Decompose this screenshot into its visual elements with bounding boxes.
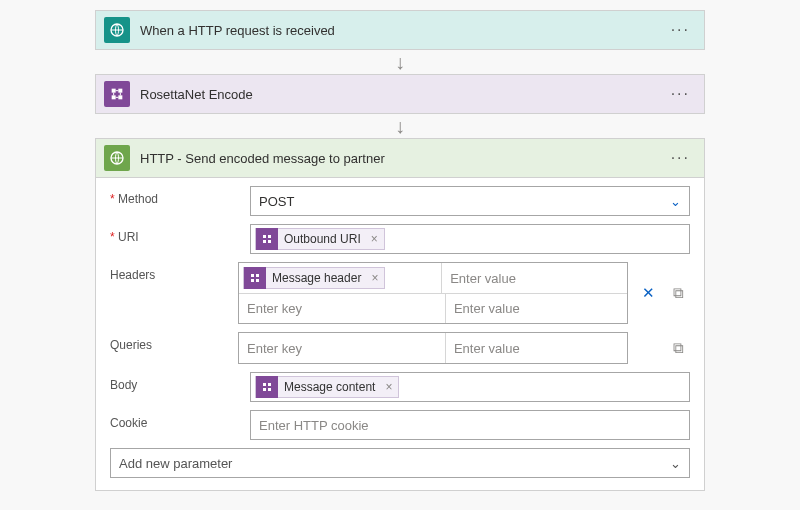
label-method: Method: [110, 186, 250, 206]
http-action-icon: [104, 145, 130, 171]
step-title: When a HTTP request is received: [140, 23, 667, 38]
step-more-button[interactable]: ···: [667, 85, 694, 103]
step-title: HTTP - Send encoded message to partner: [140, 151, 667, 166]
svg-rect-3: [112, 95, 116, 99]
svg-rect-11: [256, 274, 259, 277]
pill-remove-icon[interactable]: ×: [371, 228, 378, 250]
row-method: Method POST ⌄: [110, 186, 690, 216]
header-key-input[interactable]: Message header ×: [239, 263, 442, 293]
step-http-trigger[interactable]: When a HTTP request is received ···: [95, 10, 705, 50]
step-header[interactable]: When a HTTP request is received ···: [96, 11, 704, 49]
header-value-input[interactable]: Enter value: [442, 263, 627, 293]
label-body: Body: [110, 372, 250, 392]
queries-row: Enter key Enter value: [239, 333, 627, 363]
step-more-button[interactable]: ···: [667, 149, 694, 167]
pill-label: Message content: [284, 376, 375, 398]
flow-arrow-icon: ↓: [395, 50, 405, 74]
method-value: POST: [259, 194, 294, 209]
svg-rect-10: [251, 274, 254, 277]
chevron-down-icon: ⌄: [670, 194, 681, 209]
uri-token-pill[interactable]: Outbound URI ×: [255, 228, 385, 250]
label-headers: Headers: [110, 262, 238, 282]
step-rosettanet-encode[interactable]: RosettaNet Encode ···: [95, 74, 705, 114]
query-key-input[interactable]: Enter key: [239, 333, 446, 363]
step-header[interactable]: RosettaNet Encode ···: [96, 75, 704, 113]
step-body: Method POST ⌄ URI O: [96, 177, 704, 490]
pill-label: Message header: [272, 267, 361, 289]
switch-mode-button[interactable]: ⧉: [666, 339, 690, 357]
svg-rect-8: [263, 240, 266, 243]
svg-rect-6: [263, 235, 266, 238]
svg-rect-12: [251, 279, 254, 282]
row-cookie: Cookie Enter HTTP cookie: [110, 410, 690, 440]
http-trigger-icon: [104, 17, 130, 43]
step-http-send: HTTP - Send encoded message to partner ·…: [95, 138, 705, 491]
label-cookie: Cookie: [110, 410, 250, 430]
row-body: Body Message content ×: [110, 372, 690, 402]
svg-rect-7: [268, 235, 271, 238]
rosettanet-icon: [256, 376, 278, 398]
row-uri: URI Outbound URI ×: [110, 224, 690, 254]
label-uri: URI: [110, 224, 250, 244]
row-queries: Queries Enter key Enter value ✕ ⧉: [110, 332, 690, 364]
label-queries: Queries: [110, 332, 238, 352]
header-token-pill[interactable]: Message header ×: [243, 267, 385, 289]
uri-input[interactable]: Outbound URI ×: [250, 224, 690, 254]
body-token-pill[interactable]: Message content ×: [255, 376, 399, 398]
rosettanet-icon: [104, 81, 130, 107]
rosettanet-icon: [256, 228, 278, 250]
step-header[interactable]: HTTP - Send encoded message to partner ·…: [96, 139, 704, 177]
pill-remove-icon[interactable]: ×: [371, 267, 378, 289]
add-parameter-select[interactable]: Add new parameter ⌄: [110, 448, 690, 478]
svg-rect-2: [118, 89, 122, 93]
headers-table: Message header × Enter value Enter key E…: [238, 262, 628, 324]
add-parameter-label: Add new parameter: [119, 456, 232, 471]
queries-table: Enter key Enter value: [238, 332, 628, 364]
chevron-down-icon: ⌄: [670, 456, 681, 471]
step-more-button[interactable]: ···: [667, 21, 694, 39]
svg-rect-1: [112, 89, 116, 93]
svg-rect-9: [268, 240, 271, 243]
method-select[interactable]: POST ⌄: [250, 186, 690, 216]
svg-rect-13: [256, 279, 259, 282]
header-value-input[interactable]: Enter value: [446, 293, 627, 323]
cookie-input[interactable]: Enter HTTP cookie: [250, 410, 690, 440]
svg-rect-17: [268, 388, 271, 391]
query-value-input[interactable]: Enter value: [446, 333, 627, 363]
header-key-input[interactable]: Enter key: [239, 293, 446, 323]
pill-label: Outbound URI: [284, 228, 361, 250]
svg-rect-16: [263, 388, 266, 391]
delete-row-button[interactable]: ✕: [636, 284, 660, 302]
headers-row: Enter key Enter value: [239, 293, 627, 323]
svg-rect-4: [118, 95, 122, 99]
pill-remove-icon[interactable]: ×: [385, 376, 392, 398]
body-input[interactable]: Message content ×: [250, 372, 690, 402]
switch-mode-button[interactable]: ⧉: [666, 284, 690, 302]
rosettanet-icon: [244, 267, 266, 289]
headers-row: Message header × Enter value: [239, 263, 627, 293]
row-headers: Headers Message header ×: [110, 262, 690, 324]
flow-arrow-icon: ↓: [395, 114, 405, 138]
step-title: RosettaNet Encode: [140, 87, 667, 102]
svg-rect-14: [263, 383, 266, 386]
svg-rect-15: [268, 383, 271, 386]
